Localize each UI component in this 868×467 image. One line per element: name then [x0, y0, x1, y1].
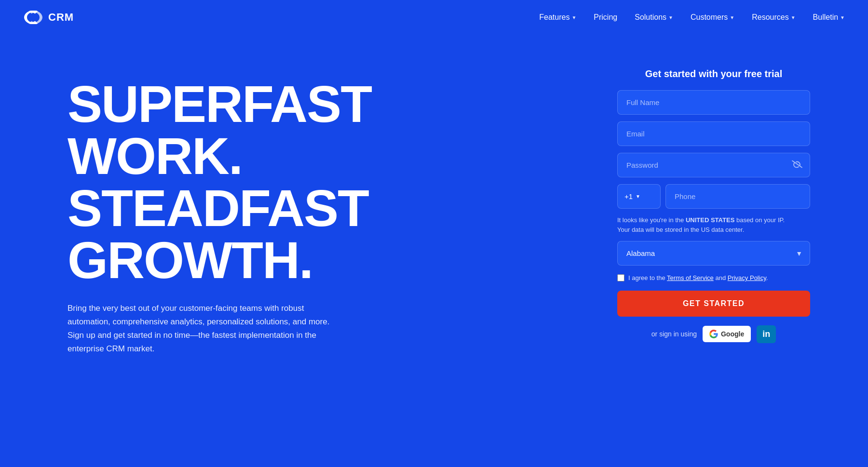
nav-item-resources[interactable]: Resources ▼	[752, 13, 795, 22]
nav-item-solutions[interactable]: Solutions ▼	[635, 13, 673, 22]
nav-item-pricing[interactable]: Pricing	[594, 13, 617, 22]
country-caret-icon: ▼	[636, 194, 640, 199]
country-code-selector[interactable]: +1 ▼	[617, 184, 661, 209]
hero-headline: SUPERFAST WORK. STEADFAST GROWTH.	[68, 78, 395, 286]
logo-text: CRM	[48, 11, 74, 24]
state-select[interactable]: AlabamaAlaskaArizonaArkansasCaliforniaCo…	[617, 241, 810, 266]
navbar: CRM Features ▼ Pricing Solutions ▼ Custo…	[0, 0, 868, 35]
linkedin-icon: in	[762, 329, 770, 339]
phone-field: +1 ▼	[617, 184, 810, 209]
terms-text: I agree to the Terms of Service and Priv…	[628, 273, 768, 283]
phone-input[interactable]	[665, 184, 810, 209]
full-name-field	[617, 90, 810, 115]
bulletin-caret-icon: ▼	[840, 15, 845, 20]
password-field	[617, 153, 810, 177]
google-label: Google	[721, 330, 744, 338]
nav-item-customers[interactable]: Customers ▼	[691, 13, 734, 22]
google-icon	[709, 330, 718, 338]
terms-row: I agree to the Terms of Service and Priv…	[617, 273, 810, 283]
hero-subtext: Bring the very best out of your customer…	[68, 302, 338, 356]
location-note: It looks like you're in the UNITED STATE…	[617, 215, 810, 234]
terms-link[interactable]: Terms of Service	[667, 274, 714, 281]
full-name-input[interactable]	[617, 90, 810, 115]
customers-caret-icon: ▼	[730, 15, 734, 20]
password-input[interactable]	[617, 153, 810, 177]
phone-input-wrapper	[665, 184, 810, 209]
linkedin-signin-button[interactable]: in	[757, 325, 776, 343]
signin-row: or sign in using Google in	[617, 325, 810, 343]
google-signin-button[interactable]: Google	[703, 326, 751, 342]
signup-form-card: Get started with your free trial	[617, 64, 810, 343]
logo-icon	[23, 11, 43, 24]
solutions-caret-icon: ▼	[668, 15, 673, 20]
password-toggle-icon[interactable]	[792, 160, 802, 170]
nav-item-bulletin[interactable]: Bulletin ▼	[813, 13, 845, 22]
form-title: Get started with your free trial	[617, 68, 810, 80]
email-input[interactable]	[617, 121, 810, 146]
resources-caret-icon: ▼	[791, 15, 796, 20]
privacy-link[interactable]: Privacy Policy	[728, 274, 766, 281]
logo[interactable]: CRM	[23, 11, 74, 24]
state-field: AlabamaAlaskaArizonaArkansasCaliforniaCo…	[617, 241, 810, 266]
nav-item-features[interactable]: Features ▼	[539, 13, 576, 22]
nav-links: Features ▼ Pricing Solutions ▼ Customers…	[539, 13, 845, 22]
signin-label: or sign in using	[651, 330, 697, 338]
features-caret-icon: ▼	[571, 15, 576, 20]
get-started-button[interactable]: GET STARTED	[617, 291, 810, 317]
email-field	[617, 121, 810, 146]
terms-checkbox[interactable]	[617, 274, 624, 281]
hero-section: SUPERFAST WORK. STEADFAST GROWTH. Bring …	[0, 35, 868, 467]
password-wrapper	[617, 153, 810, 177]
hero-left: SUPERFAST WORK. STEADFAST GROWTH. Bring …	[68, 64, 395, 356]
